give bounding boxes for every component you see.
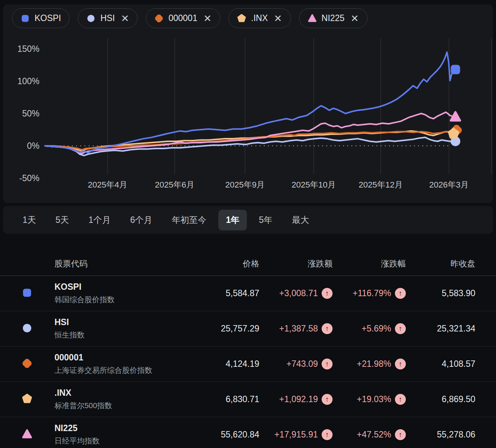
svg-text:50%: 50% bbox=[22, 109, 39, 118]
svg-text:2025年12月: 2025年12月 bbox=[359, 180, 403, 189]
remove-000001-icon[interactable]: ✕ bbox=[203, 14, 212, 23]
comparison-line-chart[interactable]: 2025年4月2025年6月2025年9月2025年10月2025年12月202… bbox=[3, 36, 493, 203]
up-arrow-icon: ↑ bbox=[322, 323, 333, 334]
symbol: NI225 bbox=[54, 423, 184, 433]
kospi-series-icon bbox=[22, 288, 32, 298]
price-cell: 4,124.19 bbox=[184, 359, 259, 369]
svg-text:150%: 150% bbox=[17, 44, 39, 54]
table-row-hsi[interactable]: HSI恒生指数 25,757.29 +1,387.58↑ +5.69%↑ 25,… bbox=[0, 311, 496, 347]
inx-series-icon bbox=[22, 394, 32, 404]
header-change-pct: 涨跌幅 bbox=[333, 258, 406, 269]
svg-text:100%: 100% bbox=[17, 76, 39, 86]
table-row-kospi[interactable]: KOSPI韩国综合股价指数 5,584.87 +3,008.71↑ +116.7… bbox=[0, 276, 496, 311]
change-cell: +743.09↑ bbox=[259, 359, 333, 369]
change-pct-cell: +21.98%↑ bbox=[333, 359, 406, 369]
symbol: 000001 bbox=[54, 353, 184, 363]
price-cell: 6,830.71 bbox=[184, 394, 259, 404]
kospi-series-icon bbox=[21, 14, 30, 23]
prev-close-cell: 25,321.34 bbox=[406, 324, 475, 334]
chip-hsi[interactable]: HSI ✕ bbox=[78, 8, 138, 28]
price-cell: 25,757.29 bbox=[184, 324, 259, 334]
up-arrow-icon: ↑ bbox=[395, 394, 406, 405]
change-cell: +1,387.58↑ bbox=[259, 323, 333, 334]
remove-ni225-icon[interactable]: ✕ bbox=[351, 14, 359, 23]
up-arrow-icon: ↑ bbox=[395, 429, 406, 440]
index-name: 日经平均指数 bbox=[54, 436, 184, 446]
index-name: 上海证券交易所综合股价指数 bbox=[54, 365, 184, 375]
range-tab-1y[interactable]: 1年 bbox=[218, 210, 247, 230]
header-symbol: 股票代码 bbox=[54, 258, 184, 269]
hsi-series-icon bbox=[86, 14, 95, 23]
index-name: 标准普尔500指数 bbox=[54, 401, 184, 411]
table-row-ni225[interactable]: NI225日经平均指数 55,620.84 +17,915.91↑ +47.52… bbox=[0, 417, 496, 448]
remove-hsi-icon[interactable]: ✕ bbox=[121, 14, 129, 23]
symbol: .INX bbox=[54, 388, 184, 398]
range-tab-1m[interactable]: 1个月 bbox=[81, 210, 118, 230]
chip-inx[interactable]: .INX ✕ bbox=[228, 8, 291, 28]
table-header: 股票代码 价格 涨跌额 涨跌幅 昨收盘 bbox=[0, 252, 496, 276]
svg-text:-50%: -50% bbox=[19, 173, 39, 183]
svg-text:0%: 0% bbox=[27, 141, 39, 151]
up-arrow-icon: ↑ bbox=[322, 394, 333, 405]
range-tab-5d[interactable]: 5天 bbox=[48, 210, 77, 230]
svg-text:2025年6月: 2025年6月 bbox=[155, 180, 194, 189]
range-tab-max[interactable]: 最大 bbox=[284, 210, 317, 230]
up-arrow-icon: ↑ bbox=[395, 323, 406, 334]
up-arrow-icon: ↑ bbox=[395, 288, 406, 299]
chip-label: KOSPI bbox=[35, 13, 61, 23]
table-row-000001[interactable]: 000001上海证券交易所综合股价指数 4,124.19 +743.09↑ +2… bbox=[0, 347, 496, 382]
ni225-series-icon bbox=[22, 429, 32, 439]
change-pct-cell: +19.03%↑ bbox=[333, 394, 406, 405]
index-name: 恒生指数 bbox=[54, 330, 184, 340]
prev-close-cell: 5,583.90 bbox=[406, 288, 475, 298]
change-pct-cell: +116.79%↑ bbox=[333, 288, 406, 299]
svg-text:2025年9月: 2025年9月 bbox=[225, 180, 265, 189]
chip-kospi[interactable]: KOSPI bbox=[12, 8, 70, 28]
svg-text:2026年3月: 2026年3月 bbox=[429, 180, 469, 189]
header-prev-close: 昨收盘 bbox=[406, 258, 475, 269]
000001-series-icon bbox=[154, 14, 163, 23]
prev-close-cell: 4,108.57 bbox=[406, 359, 475, 369]
header-change: 涨跌额 bbox=[259, 258, 333, 269]
range-tab-5y[interactable]: 5年 bbox=[251, 210, 280, 230]
change-pct-cell: +5.69%↑ bbox=[333, 323, 406, 334]
chip-000001[interactable]: 000001 ✕ bbox=[146, 8, 220, 28]
change-cell: +17,915.91↑ bbox=[259, 429, 333, 440]
change-cell: +1,092.19↑ bbox=[259, 394, 333, 405]
up-arrow-icon: ↑ bbox=[322, 359, 333, 369]
000001-series-icon bbox=[22, 358, 32, 369]
range-tab-6m[interactable]: 6个月 bbox=[122, 210, 160, 230]
range-tab-1d[interactable]: 1天 bbox=[15, 210, 44, 230]
change-pct-cell: +47.52%↑ bbox=[333, 429, 406, 440]
price-cell: 55,620.84 bbox=[184, 430, 259, 440]
up-arrow-icon: ↑ bbox=[322, 288, 333, 299]
comparison-chart-card: KOSPI HSI ✕ 000001 ✕ .INX ✕ NI225 ✕ 2025… bbox=[3, 5, 493, 203]
indices-table: 股票代码 价格 涨跌额 涨跌幅 昨收盘 KOSPI韩国综合股价指数 5,584.… bbox=[0, 252, 496, 448]
prev-close-cell: 6,869.50 bbox=[406, 394, 475, 404]
time-range-tabs: 1天 5天 1个月 6个月 年初至今 1年 5年 最大 bbox=[3, 206, 493, 234]
symbol: KOSPI bbox=[54, 282, 184, 292]
chip-ni225[interactable]: NI225 ✕ bbox=[299, 8, 367, 28]
up-arrow-icon: ↑ bbox=[395, 359, 406, 369]
change-cell: +3,008.71↑ bbox=[259, 288, 333, 299]
chip-label: 000001 bbox=[168, 13, 197, 23]
index-name: 韩国综合股价指数 bbox=[54, 295, 184, 305]
up-arrow-icon: ↑ bbox=[322, 429, 333, 440]
remove-inx-icon[interactable]: ✕ bbox=[274, 14, 282, 23]
inx-series-icon bbox=[237, 14, 246, 23]
chip-label: .INX bbox=[251, 13, 268, 23]
prev-close-cell: 55,278.06 bbox=[406, 430, 475, 440]
symbol: HSI bbox=[54, 317, 184, 327]
index-chip-row: KOSPI HSI ✕ 000001 ✕ .INX ✕ NI225 ✕ bbox=[3, 5, 493, 28]
chip-label: NI225 bbox=[322, 13, 345, 23]
svg-text:2025年10月: 2025年10月 bbox=[292, 180, 336, 189]
header-price: 价格 bbox=[184, 258, 259, 269]
range-tab-ytd[interactable]: 年初至今 bbox=[164, 210, 214, 230]
chip-label: HSI bbox=[100, 13, 115, 23]
svg-text:2025年4月: 2025年4月 bbox=[88, 180, 127, 189]
table-row-inx[interactable]: .INX标准普尔500指数 6,830.71 +1,092.19↑ +19.03… bbox=[0, 382, 496, 417]
price-cell: 5,584.87 bbox=[184, 288, 259, 298]
ni225-series-icon bbox=[308, 14, 317, 23]
hsi-series-icon bbox=[22, 323, 32, 333]
